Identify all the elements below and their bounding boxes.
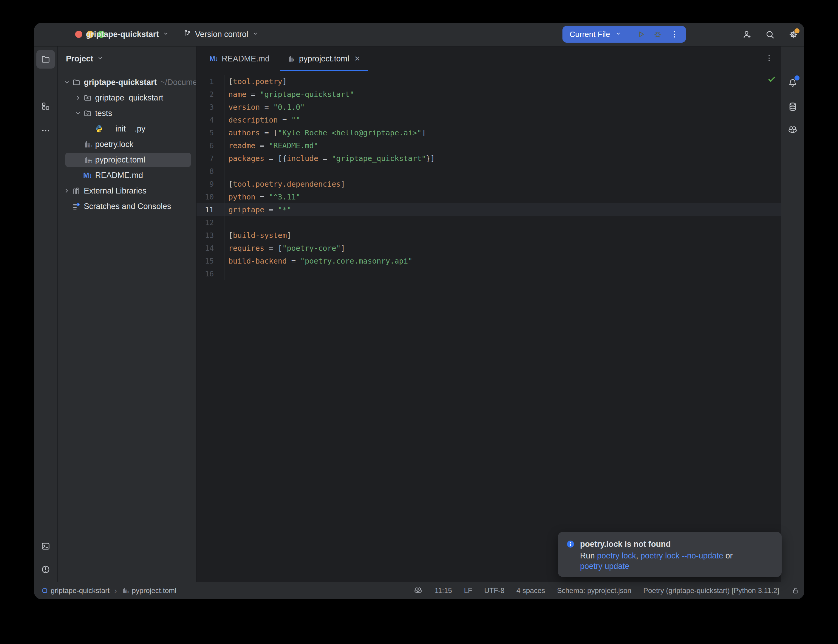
problems-tool-button[interactable] xyxy=(36,560,55,579)
line-text: [build-system] xyxy=(228,229,291,242)
project-tool-button[interactable] xyxy=(36,50,55,69)
code-line-7[interactable]: 7packages = [{include = "griptape_quicks… xyxy=(197,152,781,165)
notification-link[interactable]: poetry lock --no-update xyxy=(641,551,723,560)
editor-tab-bar: M↓README.md[T]pyproject.toml✕ xyxy=(197,46,781,71)
breadcrumb-project[interactable]: griptape-quickstart xyxy=(42,586,110,595)
code-line-8[interactable]: 8 xyxy=(197,165,781,178)
chevron-right-icon[interactable] xyxy=(73,94,83,101)
code-line-2[interactable]: 2name = "griptape-quickstart" xyxy=(197,88,781,101)
svg-text:[T]: [T] xyxy=(125,591,129,594)
file-encoding[interactable]: UTF-8 xyxy=(484,586,504,595)
tree-item-griptape-quickstart[interactable]: griptape-quickstart~/Docume xyxy=(58,74,196,90)
json-schema[interactable]: Schema: pyproject.json xyxy=(557,586,631,595)
tree-item-label: tests xyxy=(95,109,112,118)
breadcrumb-label: griptape-quickstart xyxy=(51,586,110,595)
code-line-11[interactable]: 11griptape = "*" xyxy=(197,203,781,216)
notification-title: poetry.lock is not found xyxy=(580,539,771,549)
run-configuration-widget[interactable]: Current File xyxy=(562,26,686,43)
package-folder-icon xyxy=(83,93,92,102)
line-text: description = "" xyxy=(228,113,300,127)
indent-style[interactable]: 4 spaces xyxy=(516,586,545,595)
tab-readme-md[interactable]: M↓README.md xyxy=(201,46,279,71)
line-number: 8 xyxy=(197,165,225,178)
chevron-down-icon xyxy=(252,30,258,39)
project-path: ~/Docume xyxy=(161,78,196,87)
tree-item--init-py[interactable]: __init__.py xyxy=(58,121,196,136)
code-line-9[interactable]: 9[tool.poetry.dependencies] xyxy=(197,178,781,191)
tree-item-label: poetry.lock xyxy=(95,140,134,149)
line-number: 7 xyxy=(197,152,225,165)
code-line-16[interactable]: 16 xyxy=(197,268,781,280)
update-badge xyxy=(794,28,800,33)
line-number: 16 xyxy=(197,268,225,280)
tree-item-poetry-lock[interactable]: [T]poetry.lock xyxy=(58,136,196,152)
debug-button-bug-icon[interactable] xyxy=(653,30,662,39)
add-user-button[interactable] xyxy=(742,30,752,39)
code-line-1[interactable]: 1[tool.poetry] xyxy=(197,75,781,88)
code-line-14[interactable]: 14requires = ["poetry-core"] xyxy=(197,242,781,255)
toml-icon: [T] xyxy=(83,140,92,149)
code-line-15[interactable]: 15build-backend = "poetry.core.masonry.a… xyxy=(197,255,781,268)
tree-item-label: pyproject.toml xyxy=(95,155,145,164)
inspections-ok-check-icon[interactable] xyxy=(767,75,776,85)
breadcrumb-file[interactable]: [T]pyproject.toml xyxy=(122,586,176,595)
tree-item-readme-md[interactable]: M↓README.md xyxy=(58,168,196,183)
run-actions xyxy=(636,30,679,39)
structure-tool-button[interactable] xyxy=(36,97,55,115)
notification-link[interactable]: poetry lock xyxy=(597,551,636,560)
code-line-10[interactable]: 10python = "^3.11" xyxy=(197,191,781,203)
run-more-button-kebab-icon[interactable] xyxy=(670,30,679,39)
tree-item-griptape-quickstart[interactable]: griptape_quickstart xyxy=(58,90,196,105)
ai-assistant-status[interactable] xyxy=(414,586,422,595)
close-window-button[interactable] xyxy=(75,31,82,38)
line-text: version = "0.1.0" xyxy=(228,101,305,113)
line-separator[interactable]: LF xyxy=(464,586,472,595)
settings-button[interactable] xyxy=(788,30,799,39)
line-number: 1 xyxy=(197,75,225,88)
line-text: authors = ["Kyle Roche <hello@griptape.a… xyxy=(228,127,426,139)
tree-item-scratches-and-consoles[interactable]: Scratches and Consoles xyxy=(58,199,196,214)
tab-options-kebab-icon[interactable] xyxy=(765,54,773,64)
readonly-toggle[interactable] xyxy=(791,586,800,595)
close-tab-icon[interactable]: ✕ xyxy=(354,54,360,63)
code-line-13[interactable]: 13[build-system] xyxy=(197,229,781,242)
code-line-6[interactable]: 6readme = "README.md" xyxy=(197,139,781,152)
chevron-down-icon[interactable] xyxy=(73,110,83,117)
code-line-3[interactable]: 3version = "0.1.0" xyxy=(197,101,781,113)
python-interpreter[interactable]: Poetry (griptape-quickstart) [Python 3.1… xyxy=(643,586,779,595)
titlebar-actions xyxy=(742,23,799,46)
project-panel-header[interactable]: Project xyxy=(66,46,104,71)
vcs-selector[interactable]: Version control xyxy=(183,23,258,46)
tab-pyproject-toml[interactable]: [T]pyproject.toml✕ xyxy=(279,46,369,71)
search-everywhere-button[interactable] xyxy=(765,30,775,39)
project-selector[interactable]: griptape-quickstart xyxy=(86,23,169,46)
code-line-5[interactable]: 5authors = ["Kyle Roche <hello@griptape.… xyxy=(197,127,781,139)
terminal-tool-button[interactable] xyxy=(36,537,55,555)
run-button-play-icon[interactable] xyxy=(636,30,645,39)
tree-item-pyproject-toml[interactable]: [T]pyproject.toml xyxy=(58,152,196,168)
ai-assistant-button[interactable] xyxy=(784,121,802,139)
caret-position[interactable]: 11:15 xyxy=(434,586,452,595)
chevron-down-icon xyxy=(163,30,169,39)
chevron-right-icon[interactable] xyxy=(62,187,72,194)
notification-link[interactable]: poetry update xyxy=(580,562,629,571)
left-tool-strip xyxy=(34,46,58,582)
tree-item-tests[interactable]: tests xyxy=(58,105,196,121)
more-tools-button[interactable] xyxy=(36,122,55,140)
branch-icon xyxy=(183,29,191,39)
code-line-4[interactable]: 4description = "" xyxy=(197,113,781,127)
project-panel: Project griptape-quickstart~/Documegript… xyxy=(58,46,196,582)
notifications-button[interactable] xyxy=(784,74,802,92)
line-text: build-backend = "poetry.core.masonry.api… xyxy=(228,255,412,268)
code-line-12[interactable]: 12 xyxy=(197,216,781,229)
line-number: 13 xyxy=(197,229,225,242)
database-tool-button[interactable] xyxy=(784,97,802,116)
right-tool-strip xyxy=(781,46,804,582)
module-icon xyxy=(42,588,48,594)
tab-label: pyproject.toml xyxy=(299,54,349,64)
chevron-down-icon[interactable] xyxy=(62,79,72,86)
notification-text: or xyxy=(723,551,733,560)
tree-item-label: README.md xyxy=(95,171,143,180)
titlebar: griptape-quickstart Version control Curr… xyxy=(34,23,804,46)
tree-item-external-libraries[interactable]: External Libraries xyxy=(58,183,196,199)
